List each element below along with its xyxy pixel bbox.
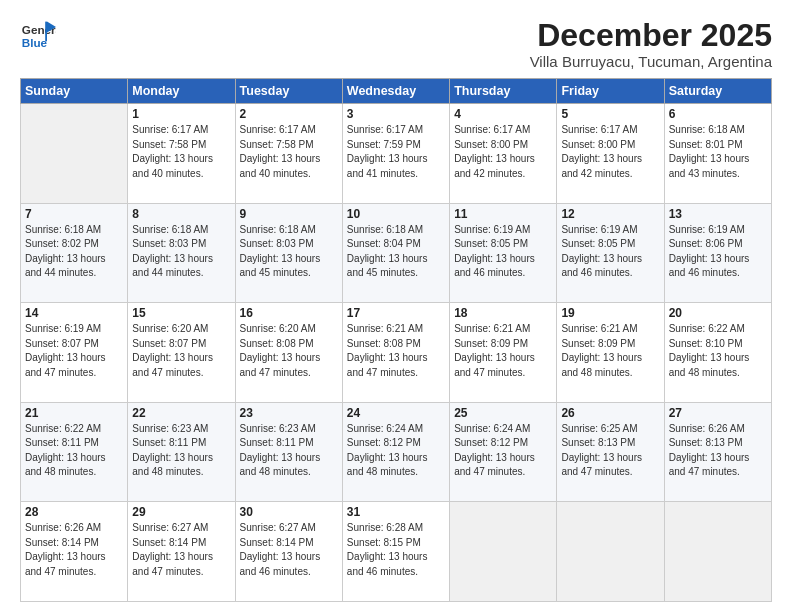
weekday-header-cell: Tuesday <box>235 79 342 104</box>
day-number: 23 <box>240 406 338 420</box>
calendar-cell <box>450 502 557 602</box>
title-block: December 2025 Villa Burruyacu, Tucuman, … <box>530 18 772 70</box>
day-info: Sunrise: 6:19 AM Sunset: 8:05 PM Dayligh… <box>454 223 552 281</box>
day-info: Sunrise: 6:25 AM Sunset: 8:13 PM Dayligh… <box>561 422 659 480</box>
calendar-cell: 28Sunrise: 6:26 AM Sunset: 8:14 PM Dayli… <box>21 502 128 602</box>
calendar-cell: 23Sunrise: 6:23 AM Sunset: 8:11 PM Dayli… <box>235 402 342 502</box>
day-info: Sunrise: 6:17 AM Sunset: 7:58 PM Dayligh… <box>132 123 230 181</box>
day-number: 28 <box>25 505 123 519</box>
day-info: Sunrise: 6:19 AM Sunset: 8:05 PM Dayligh… <box>561 223 659 281</box>
calendar-cell: 18Sunrise: 6:21 AM Sunset: 8:09 PM Dayli… <box>450 303 557 403</box>
svg-text:Blue: Blue <box>22 36 48 49</box>
day-info: Sunrise: 6:20 AM Sunset: 8:08 PM Dayligh… <box>240 322 338 380</box>
calendar-cell: 3Sunrise: 6:17 AM Sunset: 7:59 PM Daylig… <box>342 104 449 204</box>
calendar-cell: 14Sunrise: 6:19 AM Sunset: 8:07 PM Dayli… <box>21 303 128 403</box>
day-info: Sunrise: 6:18 AM Sunset: 8:03 PM Dayligh… <box>132 223 230 281</box>
day-number: 31 <box>347 505 445 519</box>
day-info: Sunrise: 6:27 AM Sunset: 8:14 PM Dayligh… <box>132 521 230 579</box>
day-info: Sunrise: 6:18 AM Sunset: 8:04 PM Dayligh… <box>347 223 445 281</box>
day-info: Sunrise: 6:23 AM Sunset: 8:11 PM Dayligh… <box>240 422 338 480</box>
calendar-cell: 13Sunrise: 6:19 AM Sunset: 8:06 PM Dayli… <box>664 203 771 303</box>
day-number: 29 <box>132 505 230 519</box>
calendar-week-row: 14Sunrise: 6:19 AM Sunset: 8:07 PM Dayli… <box>21 303 772 403</box>
calendar-cell: 8Sunrise: 6:18 AM Sunset: 8:03 PM Daylig… <box>128 203 235 303</box>
day-number: 17 <box>347 306 445 320</box>
day-number: 9 <box>240 207 338 221</box>
calendar-cell <box>664 502 771 602</box>
day-info: Sunrise: 6:21 AM Sunset: 8:09 PM Dayligh… <box>561 322 659 380</box>
day-info: Sunrise: 6:27 AM Sunset: 8:14 PM Dayligh… <box>240 521 338 579</box>
month-title: December 2025 <box>530 18 772 53</box>
calendar-cell: 30Sunrise: 6:27 AM Sunset: 8:14 PM Dayli… <box>235 502 342 602</box>
calendar-cell: 4Sunrise: 6:17 AM Sunset: 8:00 PM Daylig… <box>450 104 557 204</box>
calendar-cell <box>21 104 128 204</box>
location-title: Villa Burruyacu, Tucuman, Argentina <box>530 53 772 70</box>
calendar-week-row: 28Sunrise: 6:26 AM Sunset: 8:14 PM Dayli… <box>21 502 772 602</box>
day-number: 19 <box>561 306 659 320</box>
calendar-cell: 1Sunrise: 6:17 AM Sunset: 7:58 PM Daylig… <box>128 104 235 204</box>
calendar-week-row: 21Sunrise: 6:22 AM Sunset: 8:11 PM Dayli… <box>21 402 772 502</box>
calendar-body: 1Sunrise: 6:17 AM Sunset: 7:58 PM Daylig… <box>21 104 772 602</box>
day-info: Sunrise: 6:21 AM Sunset: 8:09 PM Dayligh… <box>454 322 552 380</box>
day-info: Sunrise: 6:28 AM Sunset: 8:15 PM Dayligh… <box>347 521 445 579</box>
weekday-header-cell: Wednesday <box>342 79 449 104</box>
calendar-cell: 26Sunrise: 6:25 AM Sunset: 8:13 PM Dayli… <box>557 402 664 502</box>
logo: General Blue <box>20 18 56 54</box>
page: General Blue December 2025 Villa Burruya… <box>0 0 792 612</box>
weekday-header: SundayMondayTuesdayWednesdayThursdayFrid… <box>21 79 772 104</box>
day-info: Sunrise: 6:18 AM Sunset: 8:01 PM Dayligh… <box>669 123 767 181</box>
day-number: 25 <box>454 406 552 420</box>
calendar-table: SundayMondayTuesdayWednesdayThursdayFrid… <box>20 78 772 602</box>
day-number: 14 <box>25 306 123 320</box>
day-number: 27 <box>669 406 767 420</box>
day-number: 2 <box>240 107 338 121</box>
day-number: 3 <box>347 107 445 121</box>
day-number: 10 <box>347 207 445 221</box>
weekday-header-cell: Sunday <box>21 79 128 104</box>
calendar-cell <box>557 502 664 602</box>
calendar-cell: 19Sunrise: 6:21 AM Sunset: 8:09 PM Dayli… <box>557 303 664 403</box>
calendar-cell: 24Sunrise: 6:24 AM Sunset: 8:12 PM Dayli… <box>342 402 449 502</box>
calendar-cell: 20Sunrise: 6:22 AM Sunset: 8:10 PM Dayli… <box>664 303 771 403</box>
day-number: 16 <box>240 306 338 320</box>
calendar-cell: 6Sunrise: 6:18 AM Sunset: 8:01 PM Daylig… <box>664 104 771 204</box>
calendar-cell: 17Sunrise: 6:21 AM Sunset: 8:08 PM Dayli… <box>342 303 449 403</box>
day-info: Sunrise: 6:17 AM Sunset: 7:58 PM Dayligh… <box>240 123 338 181</box>
weekday-header-cell: Monday <box>128 79 235 104</box>
calendar-cell: 5Sunrise: 6:17 AM Sunset: 8:00 PM Daylig… <box>557 104 664 204</box>
day-number: 11 <box>454 207 552 221</box>
calendar-cell: 29Sunrise: 6:27 AM Sunset: 8:14 PM Dayli… <box>128 502 235 602</box>
day-number: 8 <box>132 207 230 221</box>
weekday-header-cell: Friday <box>557 79 664 104</box>
calendar-cell: 7Sunrise: 6:18 AM Sunset: 8:02 PM Daylig… <box>21 203 128 303</box>
day-info: Sunrise: 6:23 AM Sunset: 8:11 PM Dayligh… <box>132 422 230 480</box>
header: General Blue December 2025 Villa Burruya… <box>20 18 772 70</box>
day-info: Sunrise: 6:17 AM Sunset: 8:00 PM Dayligh… <box>454 123 552 181</box>
day-number: 22 <box>132 406 230 420</box>
calendar-cell: 27Sunrise: 6:26 AM Sunset: 8:13 PM Dayli… <box>664 402 771 502</box>
day-info: Sunrise: 6:17 AM Sunset: 8:00 PM Dayligh… <box>561 123 659 181</box>
day-info: Sunrise: 6:17 AM Sunset: 7:59 PM Dayligh… <box>347 123 445 181</box>
calendar-cell: 10Sunrise: 6:18 AM Sunset: 8:04 PM Dayli… <box>342 203 449 303</box>
day-info: Sunrise: 6:18 AM Sunset: 8:03 PM Dayligh… <box>240 223 338 281</box>
calendar-cell: 2Sunrise: 6:17 AM Sunset: 7:58 PM Daylig… <box>235 104 342 204</box>
day-number: 13 <box>669 207 767 221</box>
calendar-cell: 11Sunrise: 6:19 AM Sunset: 8:05 PM Dayli… <box>450 203 557 303</box>
calendar-week-row: 7Sunrise: 6:18 AM Sunset: 8:02 PM Daylig… <box>21 203 772 303</box>
calendar-cell: 9Sunrise: 6:18 AM Sunset: 8:03 PM Daylig… <box>235 203 342 303</box>
weekday-header-cell: Thursday <box>450 79 557 104</box>
calendar-week-row: 1Sunrise: 6:17 AM Sunset: 7:58 PM Daylig… <box>21 104 772 204</box>
calendar-cell: 15Sunrise: 6:20 AM Sunset: 8:07 PM Dayli… <box>128 303 235 403</box>
calendar-cell: 16Sunrise: 6:20 AM Sunset: 8:08 PM Dayli… <box>235 303 342 403</box>
day-info: Sunrise: 6:26 AM Sunset: 8:13 PM Dayligh… <box>669 422 767 480</box>
calendar-cell: 12Sunrise: 6:19 AM Sunset: 8:05 PM Dayli… <box>557 203 664 303</box>
day-info: Sunrise: 6:22 AM Sunset: 8:11 PM Dayligh… <box>25 422 123 480</box>
day-number: 26 <box>561 406 659 420</box>
day-number: 6 <box>669 107 767 121</box>
day-info: Sunrise: 6:26 AM Sunset: 8:14 PM Dayligh… <box>25 521 123 579</box>
day-number: 30 <box>240 505 338 519</box>
calendar-cell: 22Sunrise: 6:23 AM Sunset: 8:11 PM Dayli… <box>128 402 235 502</box>
day-number: 7 <box>25 207 123 221</box>
day-number: 4 <box>454 107 552 121</box>
day-number: 12 <box>561 207 659 221</box>
